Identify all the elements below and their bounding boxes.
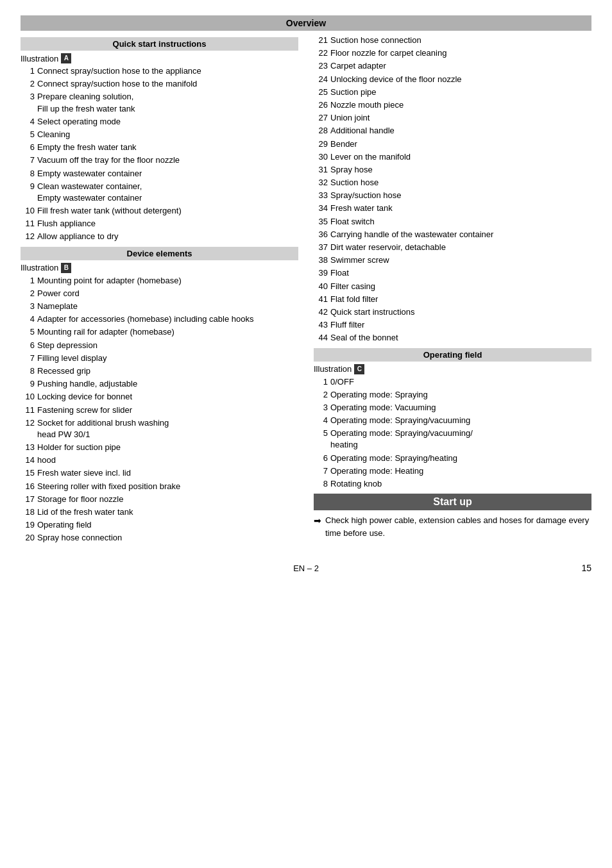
illus-box-c: C xyxy=(354,364,364,374)
list-item: 12 Socket for additional brush washinghe… xyxy=(21,417,298,440)
list-item: 2 Operating mode: Spraying xyxy=(314,389,591,401)
list-item: 6 Operating mode: Spraying/heating xyxy=(314,453,591,464)
device-elements-header: Device elements xyxy=(21,247,298,260)
quick-start-illustration-label: Illustration A xyxy=(21,53,298,63)
list-item: 21 Suction hose connection xyxy=(314,35,591,46)
list-item: 8 Rotating knob xyxy=(314,478,591,490)
list-item: 5 Cleaning xyxy=(21,129,298,140)
list-item: 3 Nameplate xyxy=(21,301,298,312)
list-item: 42 Quick start instructions xyxy=(314,306,591,318)
list-item: 16 Steering roller with fixed position b… xyxy=(21,481,298,492)
device-elements-list: 1 Mounting point for adapter (homebase) … xyxy=(21,275,298,544)
list-item: 37 Dirt water reservoir, detachable xyxy=(314,242,591,253)
right-column: 21 Suction hose connection 22 Floor nozz… xyxy=(314,35,591,548)
left-column: Quick start instructions Illustration A … xyxy=(21,35,298,548)
list-item: 27 Union joint xyxy=(314,112,591,124)
two-col-layout: Quick start instructions Illustration A … xyxy=(21,35,591,548)
list-item: 2 Connect spray/suction hose to the mani… xyxy=(21,78,298,90)
list-item: 29 Bender xyxy=(314,138,591,150)
list-item: 25 Suction pipe xyxy=(314,87,591,98)
quick-start-list: 1 Connect spray/suction hose to the appl… xyxy=(21,65,298,243)
list-item: 22 Floor nozzle for carpet cleaning xyxy=(314,47,591,59)
list-item: 30 Lever on the manifold xyxy=(314,151,591,163)
list-item: 6 Step depression xyxy=(21,340,298,351)
list-item: 5 Operating mode: Spraying/vacuuming/hea… xyxy=(314,428,591,451)
list-item: 7 Vacuum off the tray for the floor nozz… xyxy=(21,154,298,166)
list-item: 39 Float xyxy=(314,267,591,279)
list-item: 1 0/OFF xyxy=(314,376,591,388)
start-up-text: Check high power cable, extension cables… xyxy=(325,514,591,539)
list-item: 33 Spray/suction hose xyxy=(314,190,591,201)
footer-label: EN – 2 xyxy=(293,563,319,573)
list-item: 7 Operating mode: Heating xyxy=(314,465,591,477)
list-item: 38 Swimmer screw xyxy=(314,255,591,266)
list-item: 7 Filling level display xyxy=(21,353,298,364)
page-container: Overview Quick start instructions Illust… xyxy=(21,15,591,573)
list-item: 5 Mounting rail for adapter (homebase) xyxy=(21,326,298,338)
list-item: 44 Seal of the bonnet xyxy=(314,332,591,344)
list-item: 36 Carrying handle of the wastewater con… xyxy=(314,229,591,240)
list-item: 26 Nozzle mouth piece xyxy=(314,99,591,111)
list-item: 35 Float switch xyxy=(314,216,591,228)
list-item: 12 Allow appliance to dry xyxy=(21,231,298,242)
list-item: 3 Prepare cleaning solution,Fill up the … xyxy=(21,91,298,114)
list-item: 41 Flat fold filter xyxy=(314,294,591,305)
overview-header: Overview xyxy=(21,15,591,31)
operating-field-list: 1 0/OFF 2 Operating mode: Spraying 3 Ope… xyxy=(314,376,591,490)
list-item: 23 Carpet adapter xyxy=(314,60,591,72)
quick-start-header: Quick start instructions xyxy=(21,37,298,51)
list-item: 4 Select operating mode xyxy=(21,116,298,128)
list-item: 10 Fill fresh water tank (without deterg… xyxy=(21,205,298,217)
list-item: 9 Clean wastewater container,Empty waste… xyxy=(21,181,298,204)
list-item: 40 Filter casing xyxy=(314,281,591,292)
list-item: 9 Pushing handle, adjustable xyxy=(21,378,298,390)
operating-field-illustration-label: Illustration C xyxy=(314,364,591,374)
list-item: 31 Spray hose xyxy=(314,164,591,176)
list-item: 32 Suction hose xyxy=(314,177,591,188)
footer: EN – 2 15 xyxy=(21,563,591,573)
list-item: 4 Operating mode: Spraying/vacuuming xyxy=(314,415,591,426)
illustration-text-c: Illustration xyxy=(314,364,352,374)
list-item: 11 Fastening screw for slider xyxy=(21,405,298,416)
illustration-text: Illustration xyxy=(21,54,58,63)
operating-field-header: Operating field xyxy=(314,348,591,362)
list-item: 15 Fresh water sieve incl. lid xyxy=(21,467,298,479)
list-item: 14 hood xyxy=(21,455,298,466)
list-item: 8 Recessed grip xyxy=(21,365,298,377)
illustration-text-b: Illustration xyxy=(21,263,58,272)
list-item: 10 Locking device for bonnet xyxy=(21,391,298,403)
list-item: 6 Empty the fresh water tank xyxy=(21,142,298,153)
arrow-icon: ➡ xyxy=(314,514,321,539)
list-item: 19 Operating field xyxy=(21,519,298,531)
list-item: 2 Power cord xyxy=(21,288,298,299)
list-item: 24 Unlocking device of the floor nozzle xyxy=(314,74,591,85)
list-item: 1 Connect spray/suction hose to the appl… xyxy=(21,65,298,77)
list-item: 8 Empty wastewater container xyxy=(21,168,298,179)
illus-box-b: B xyxy=(61,263,71,273)
start-up-arrow-item: ➡ Check high power cable, extension cabl… xyxy=(314,514,591,539)
list-item: 34 Fresh water tank xyxy=(314,203,591,214)
list-item: 3 Operating mode: Vacuuming xyxy=(314,402,591,413)
list-item: 11 Flush appliance xyxy=(21,218,298,230)
footer-page: 15 xyxy=(581,563,591,573)
illus-box-a: A xyxy=(61,53,71,63)
list-item: 28 Additional handle xyxy=(314,125,591,137)
right-col-list: 21 Suction hose connection 22 Floor nozz… xyxy=(314,35,591,344)
list-item: 17 Storage for floor nozzle xyxy=(21,494,298,505)
start-up-header: Start up xyxy=(314,494,591,510)
list-item: 13 Holder for suction pipe xyxy=(21,442,298,453)
list-item: 4 Adapter for accessories (homebase) inc… xyxy=(21,313,298,325)
list-item: 43 Fluff filter xyxy=(314,319,591,331)
list-item: 20 Spray hose connection xyxy=(21,532,298,544)
list-item: 18 Lid of the fresh water tank xyxy=(21,506,298,518)
list-item: 1 Mounting point for adapter (homebase) xyxy=(21,275,298,287)
device-elements-illustration-label: Illustration B xyxy=(21,263,298,273)
